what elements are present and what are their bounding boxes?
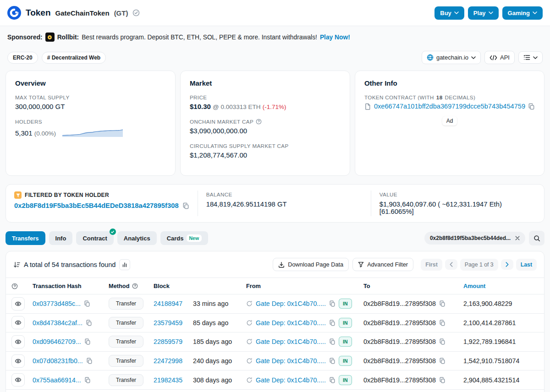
api-button[interactable]: API: [484, 51, 515, 64]
play-button[interactable]: Play: [468, 6, 499, 20]
holder-filter-label: FILTERED BY TOKEN HOLDER: [25, 192, 109, 198]
question-mark-icon[interactable]: [132, 283, 138, 289]
token-identity: Token GateChainToken (GT): [7, 6, 140, 20]
copy-icon[interactable]: [84, 300, 90, 307]
site-header: Token GateChainToken (GT) Buy Play Gamin…: [0, 0, 550, 26]
tx-hash-link[interactable]: 0x8d47384c2af...: [33, 319, 82, 327]
eye-button[interactable]: [11, 335, 25, 348]
sponsored-label: Sponsored:: [7, 34, 43, 41]
copy-icon[interactable]: [329, 300, 336, 307]
caret-down-icon: [454, 11, 459, 14]
buy-button[interactable]: Buy: [434, 6, 464, 20]
holders-label: HOLDERS: [15, 119, 166, 125]
eye-button[interactable]: [11, 316, 25, 329]
copy-icon[interactable]: [439, 377, 446, 383]
bar-chart-icon[interactable]: [119, 259, 130, 270]
holder-address-link[interactable]: 0x2b8F8d19F5ba3bEc5B44dEDeD3818a427895f3…: [14, 202, 179, 209]
tab-contract[interactable]: Contract: [76, 231, 113, 245]
copy-icon[interactable]: [84, 377, 91, 383]
next-page-button[interactable]: [501, 259, 513, 270]
tx-hash-link[interactable]: 0x03773d485c...: [33, 300, 81, 307]
question-mark-icon[interactable]: [11, 283, 18, 289]
from-address-link[interactable]: Gate Dep: 0x1C4b70.....: [256, 319, 326, 327]
tab-analytics[interactable]: Analytics: [117, 231, 157, 245]
refresh-icon: [246, 358, 253, 364]
contract-address-link[interactable]: 0xe66747a101bff2dba3697199dcce5b743b4547…: [374, 103, 525, 110]
erc20-tag[interactable]: ERC-20: [7, 52, 38, 64]
advanced-filter-button[interactable]: Advanced Filter: [352, 258, 413, 271]
eye-button[interactable]: [11, 354, 25, 368]
tab-transfers[interactable]: Transfers: [6, 231, 45, 245]
refresh-icon: [246, 338, 253, 345]
from-address-link[interactable]: Gate Dep: 0x1C4b70.....: [256, 338, 326, 345]
age-text: 308 days ago: [193, 376, 232, 384]
tab-cards[interactable]: Cards New: [160, 231, 208, 245]
block-link[interactable]: 22859579: [154, 338, 182, 345]
copy-icon[interactable]: [329, 358, 336, 364]
price-usd: $10.30: [190, 103, 211, 110]
block-link[interactable]: 21982435: [154, 376, 182, 384]
info-cards: Overview MAX TOTAL SUPPLY 300,000,000 GT…: [0, 70, 550, 183]
tab-info[interactable]: Info: [49, 231, 73, 245]
copy-icon[interactable]: [439, 320, 446, 326]
eye-icon: [15, 300, 22, 307]
value-section: VALUE $1,903,640,097.60 ( ~612,331.1947 …: [371, 191, 544, 216]
copy-icon[interactable]: [86, 358, 93, 364]
question-mark-icon[interactable]: [256, 119, 262, 125]
close-icon[interactable]: [515, 236, 520, 240]
new-badge: New: [187, 234, 202, 242]
tx-hash-link[interactable]: 0xd096462709...: [33, 338, 81, 345]
tx-hash-link[interactable]: 0x07d08231fb0...: [33, 357, 83, 365]
last-page-button[interactable]: Last: [516, 259, 537, 271]
from-address-link[interactable]: Gate Dep: 0x1C4b70.....: [256, 300, 326, 307]
document-icon: [364, 103, 371, 110]
copy-icon[interactable]: [182, 202, 189, 209]
copy-icon[interactable]: [329, 320, 336, 326]
play-now-link[interactable]: Play Now!: [320, 34, 350, 41]
block-link[interactable]: 24188947: [154, 300, 182, 307]
contract-label: TOKEN CONTRACT (WITH 18 DECIMALS): [364, 94, 535, 100]
sort-icon[interactable]: [13, 261, 20, 268]
contract-verified-icon: [110, 229, 116, 235]
table-row: 0x07d08231fb0... Transfer 22472998 240 d…: [6, 352, 544, 371]
balance-value: 184,819,426.95114198 GT: [206, 201, 363, 208]
first-page-button[interactable]: First: [421, 259, 442, 271]
previous-page-button[interactable]: [445, 259, 457, 270]
gaming-button[interactable]: Gaming: [502, 6, 543, 20]
copy-icon[interactable]: [84, 338, 91, 345]
column-amount-sort[interactable]: Amount: [452, 283, 539, 289]
from-address-link[interactable]: Gate Dep: 0x1C4b70.....: [256, 376, 326, 384]
balance-section: BALANCE 184,819,426.95114198 GT: [198, 191, 371, 216]
download-page-data-button[interactable]: Download Page Data: [273, 258, 349, 271]
column-transaction-hash: Transaction Hash: [33, 283, 109, 289]
copy-icon[interactable]: [439, 358, 446, 364]
direction-badge: IN: [339, 318, 352, 328]
copy-icon[interactable]: [86, 320, 92, 326]
contract-decimals: 18: [436, 94, 443, 100]
address-filter-chip: 0x2b8f8d19f5ba3bec5b44ded...: [424, 232, 525, 245]
table-body: 0x03773d485c... Transfer 24188947 33 min…: [6, 294, 544, 392]
funnel-icon: [358, 261, 364, 267]
copy-icon[interactable]: [329, 377, 336, 383]
amount-text: 2,100,414.287861: [452, 319, 539, 327]
from-address-link[interactable]: Gate Dep: 0x1C4b70.....: [256, 357, 326, 365]
age-text: 185 days ago: [193, 338, 232, 345]
search-button[interactable]: [529, 231, 544, 245]
eye-button[interactable]: [11, 373, 25, 387]
more-options-button[interactable]: [518, 51, 543, 64]
holders-sparkline-chart: [62, 127, 123, 137]
block-link[interactable]: 22472998: [154, 357, 182, 365]
category-tag[interactable]: # Decentralized Web: [42, 52, 106, 64]
eye-button[interactable]: [11, 297, 25, 310]
value-text: $1,903,640,097.60 ( ~612,331.1947 Eth) […: [380, 201, 536, 215]
refresh-icon: [246, 320, 253, 326]
tx-hash-link[interactable]: 0x755aa66914...: [33, 376, 81, 384]
copy-icon[interactable]: [329, 338, 336, 345]
website-dropdown[interactable]: gatechain.io: [422, 51, 481, 64]
copy-icon[interactable]: [439, 300, 446, 307]
copy-icon[interactable]: [439, 338, 446, 345]
copy-icon[interactable]: [528, 103, 535, 110]
value-label: VALUE: [380, 191, 536, 197]
token-symbol: (GT): [114, 9, 128, 17]
block-link[interactable]: 23579459: [154, 319, 182, 327]
